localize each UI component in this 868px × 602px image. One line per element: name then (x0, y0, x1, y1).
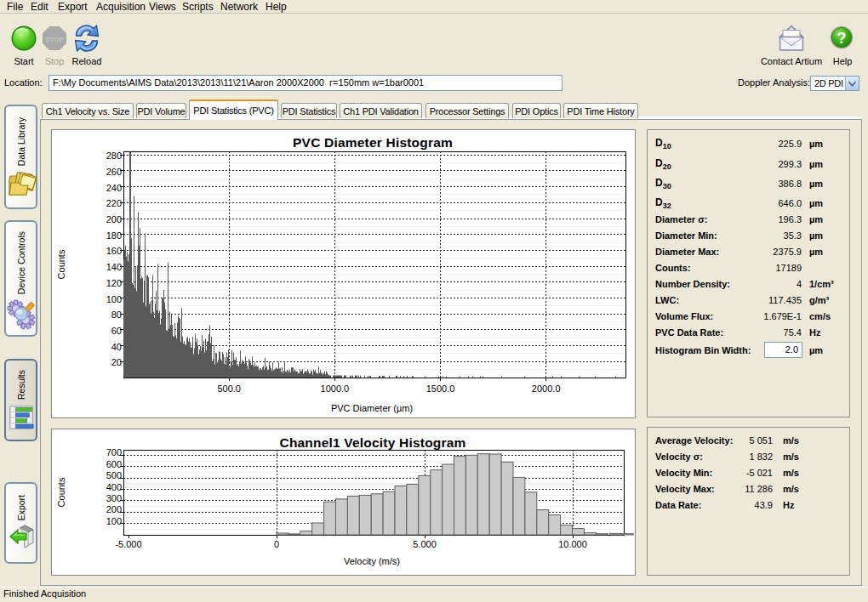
svg-text:400: 400 (106, 482, 122, 492)
svg-text:700: 700 (106, 447, 122, 457)
svg-text:180: 180 (106, 230, 122, 241)
svg-text:Velocity (m/s): Velocity (m/s) (344, 556, 400, 566)
svg-text:1000.0: 1000.0 (321, 383, 350, 394)
svg-text:0: 0 (274, 539, 279, 549)
svg-text:160: 160 (106, 246, 122, 256)
svg-text:PVC Diameter (µm): PVC Diameter (µm) (331, 403, 413, 413)
svg-text:140: 140 (106, 262, 122, 272)
svg-text:240: 240 (106, 183, 122, 193)
svg-text:120: 120 (106, 278, 122, 288)
svg-text:60: 60 (111, 326, 122, 336)
svg-text:300: 300 (106, 493, 122, 503)
svg-text:Counts: Counts (56, 477, 66, 507)
svg-text:10.000: 10.000 (558, 539, 587, 549)
svg-text:?: ? (837, 30, 847, 47)
svg-text:220: 220 (106, 198, 122, 208)
svg-text:500: 500 (106, 470, 122, 480)
svg-text:260: 260 (106, 167, 122, 177)
svg-text:-5.000: -5.000 (115, 539, 141, 549)
svg-text:200: 200 (106, 504, 122, 514)
svg-text:Counts: Counts (56, 249, 66, 279)
svg-text:2000.0: 2000.0 (532, 383, 561, 394)
svg-text:600: 600 (106, 459, 122, 469)
svg-text:PVC Diameter Histogram: PVC Diameter Histogram (293, 135, 453, 150)
svg-text:280: 280 (106, 150, 122, 161)
svg-text:5.000: 5.000 (413, 539, 437, 549)
svg-text:500.0: 500.0 (217, 383, 241, 394)
svg-text:100: 100 (106, 516, 122, 526)
svg-text:100: 100 (106, 294, 122, 304)
svg-text:20: 20 (111, 357, 122, 367)
svg-text:80: 80 (111, 310, 122, 320)
svg-text:Channel1 Velocity Histogram: Channel1 Velocity Histogram (279, 435, 465, 450)
svg-text:STOP: STOP (45, 36, 64, 43)
svg-text:1500.0: 1500.0 (426, 383, 455, 394)
svg-text:200: 200 (106, 214, 122, 224)
svg-text:40: 40 (111, 342, 122, 352)
